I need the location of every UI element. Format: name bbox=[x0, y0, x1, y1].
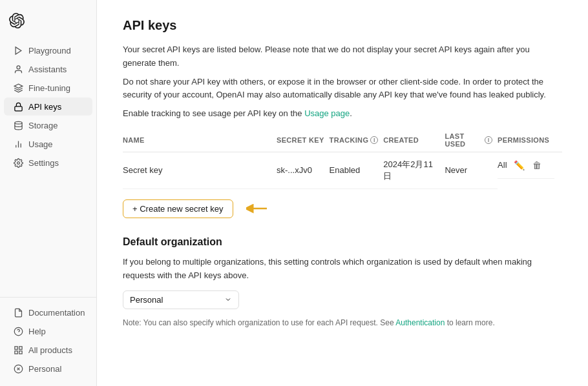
arrow-icon bbox=[246, 202, 269, 215]
org-select-dropdown[interactable]: Personal bbox=[123, 290, 239, 309]
usage-track-text: Enable tracking to see usage per API key… bbox=[123, 107, 562, 121]
authentication-link[interactable]: Authentication bbox=[395, 318, 445, 327]
create-key-row: + Create new secret key bbox=[123, 199, 562, 218]
default-org-title: Default organization bbox=[123, 236, 562, 248]
storage-icon bbox=[13, 120, 23, 130]
playground-icon bbox=[13, 45, 23, 56]
sidebar-item-playground[interactable]: Playground bbox=[4, 41, 92, 59]
row-tracking: Enabled bbox=[330, 152, 384, 188]
svg-point-1 bbox=[17, 65, 20, 68]
desc2: Do not share your API key with others, o… bbox=[123, 76, 562, 103]
svg-rect-13 bbox=[14, 350, 17, 353]
svg-point-3 bbox=[14, 121, 21, 124]
sidebar-item-storage[interactable]: Storage bbox=[4, 116, 92, 134]
main-content: API keys Your secret API keys are listed… bbox=[97, 0, 588, 386]
row-created: 2024年2月11日 bbox=[383, 152, 445, 188]
col-header-created: CREATED bbox=[383, 128, 445, 152]
delete-key-button[interactable]: 🗑 bbox=[531, 159, 543, 172]
sidebar-item-all-products[interactable]: All products bbox=[4, 341, 92, 359]
chevron-down-icon bbox=[224, 296, 232, 303]
sidebar-item-usage[interactable]: Usage bbox=[4, 135, 92, 153]
create-secret-key-button[interactable]: + Create new secret key bbox=[123, 199, 233, 218]
svg-rect-12 bbox=[19, 350, 21, 353]
help-icon bbox=[13, 326, 23, 336]
col-header-secret: SECRET KEY bbox=[277, 128, 330, 152]
default-org-desc: If you belong to multiple organizations,… bbox=[123, 256, 562, 283]
org-note: Note: You can also specify which organiz… bbox=[123, 317, 562, 329]
desc1: Your secret API keys are listed below. P… bbox=[123, 43, 562, 70]
usage-page-link[interactable]: Usage page bbox=[304, 108, 350, 118]
svg-point-7 bbox=[17, 161, 19, 164]
last-used-info-icon: i bbox=[485, 136, 492, 144]
page-title: API keys bbox=[123, 18, 562, 33]
sidebar-item-help[interactable]: Help bbox=[4, 322, 92, 340]
col-header-actions bbox=[554, 128, 562, 152]
settings-icon bbox=[13, 157, 23, 168]
sidebar: Playground Assistants Fine-tuning API ke… bbox=[0, 0, 97, 386]
row-name: Secret key bbox=[123, 152, 277, 188]
sidebar-item-documentation[interactable]: Documentation bbox=[4, 303, 92, 321]
api-keys-icon bbox=[13, 101, 23, 112]
fine-tuning-icon bbox=[13, 83, 23, 93]
row-permissions: All ✏️ 🗑 bbox=[498, 152, 554, 179]
arrow-indicator bbox=[246, 202, 269, 215]
sidebar-item-api-keys[interactable]: API keys bbox=[4, 97, 92, 116]
sidebar-item-fine-tuning[interactable]: Fine-tuning bbox=[4, 79, 92, 97]
default-org-section: Default organization If you belong to mu… bbox=[123, 236, 562, 329]
sidebar-item-personal[interactable]: Personal bbox=[4, 360, 92, 378]
sidebar-nav: Playground Assistants Fine-tuning API ke… bbox=[0, 41, 96, 297]
tracking-info-icon: i bbox=[370, 136, 378, 144]
docs-icon bbox=[13, 307, 23, 318]
svg-rect-11 bbox=[19, 346, 21, 349]
sidebar-bottom: Documentation Help All products Personal bbox=[0, 297, 96, 378]
svg-marker-0 bbox=[16, 46, 21, 54]
row-secret-key: sk-...xJv0 bbox=[277, 152, 330, 188]
edit-key-button[interactable]: ✏️ bbox=[512, 159, 526, 172]
row-last-used: Never bbox=[445, 152, 498, 188]
logo bbox=[0, 8, 96, 41]
close-circle-icon bbox=[13, 363, 23, 374]
col-header-name: NAME bbox=[123, 128, 277, 152]
svg-rect-2 bbox=[14, 106, 21, 110]
svg-rect-10 bbox=[14, 346, 17, 349]
col-header-permissions: PERMISSIONS bbox=[498, 128, 554, 152]
sidebar-item-assistants[interactable]: Assistants bbox=[4, 60, 92, 78]
col-header-tracking: TRACKING i bbox=[330, 128, 384, 152]
usage-icon bbox=[13, 139, 23, 149]
grid-icon bbox=[13, 345, 23, 355]
api-keys-table: NAME SECRET KEY TRACKING i CREATED LAST … bbox=[123, 128, 562, 189]
sidebar-item-settings[interactable]: Settings bbox=[4, 154, 92, 172]
openai-logo-icon bbox=[9, 13, 25, 28]
assistants-icon bbox=[13, 64, 23, 74]
table-row: Secret key sk-...xJv0 Enabled 2024年2月11日… bbox=[123, 152, 562, 188]
col-header-last-used: LAST USED i bbox=[445, 128, 498, 152]
